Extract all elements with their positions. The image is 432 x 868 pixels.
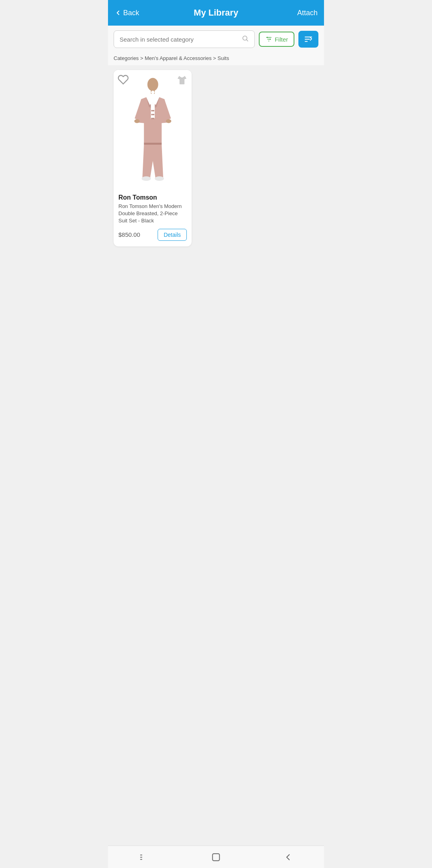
card-image-area [114, 70, 192, 190]
svg-point-10 [147, 78, 158, 91]
svg-point-21 [166, 119, 171, 123]
page-title: My Library [194, 8, 238, 18]
svg-point-14 [151, 110, 153, 112]
breadcrumb-sep2: > [213, 55, 218, 61]
search-filter-row: Filter [108, 26, 324, 53]
svg-point-24 [154, 176, 164, 181]
back-label: Back [123, 9, 139, 17]
nav-back-button[interactable] [283, 852, 293, 862]
svg-point-20 [134, 119, 140, 123]
nav-menu-button[interactable] [139, 852, 149, 862]
product-description: Ron Tomson Men's Modern Double Breasted,… [118, 203, 187, 225]
svg-rect-28 [212, 854, 219, 860]
filter-button[interactable]: Filter [259, 32, 294, 47]
brand-name: Ron Tomson [118, 194, 187, 201]
search-box [114, 30, 255, 48]
svg-point-17 [153, 110, 154, 112]
details-button[interactable]: Details [158, 229, 187, 241]
breadcrumb-suits[interactable]: Suits [218, 55, 229, 61]
card-info: Ron Tomson Ron Tomson Men's Modern Doubl… [114, 190, 192, 246]
outfit-icon[interactable] [176, 74, 188, 87]
breadcrumb-mens[interactable]: Men's Apparel & Accessories [145, 55, 212, 61]
svg-point-16 [151, 118, 153, 119]
svg-point-19 [153, 118, 154, 119]
product-card: Ron Tomson Ron Tomson Men's Modern Doubl… [114, 70, 192, 246]
svg-point-5 [266, 37, 268, 38]
svg-point-15 [151, 114, 153, 116]
svg-point-18 [153, 114, 154, 116]
breadcrumb: Categories > Men's Apparel & Accessories… [108, 53, 324, 65]
product-image [127, 76, 179, 184]
app-header: Back My Library Attach [108, 0, 324, 26]
svg-point-23 [142, 176, 151, 181]
sort-button[interactable] [298, 31, 318, 48]
nav-home-button[interactable] [211, 852, 221, 862]
back-button[interactable]: Back [114, 9, 139, 17]
search-icon [242, 35, 249, 44]
filter-label: Filter [275, 36, 288, 43]
svg-line-1 [246, 40, 248, 41]
svg-point-0 [243, 36, 247, 40]
search-input[interactable] [120, 36, 238, 43]
breadcrumb-sep1: > [140, 55, 145, 61]
bottom-nav [108, 846, 324, 868]
breadcrumb-categories[interactable]: Categories [114, 55, 139, 61]
favorite-button[interactable] [118, 74, 129, 87]
attach-button[interactable]: Attach [297, 9, 318, 17]
price-details-row: $850.00 Details [118, 229, 187, 241]
content-area: Ron Tomson Ron Tomson Men's Modern Doubl… [108, 65, 324, 846]
svg-point-6 [270, 39, 271, 40]
product-price: $850.00 [118, 231, 140, 238]
